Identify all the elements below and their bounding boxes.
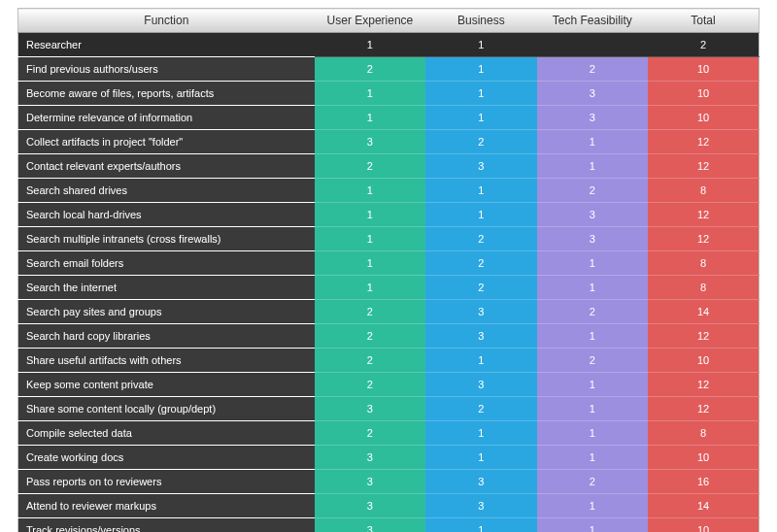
ux-cell: 2: [315, 300, 425, 324]
col-header-total: Total: [648, 9, 759, 33]
tech-cell: 3: [537, 227, 648, 251]
business-cell: 3: [425, 300, 536, 324]
business-cell: 3: [425, 324, 536, 349]
function-cell: Attend to reviewer markups: [18, 494, 315, 518]
function-cell: Search hard copy libraries: [18, 324, 315, 349]
ux-cell: 1: [315, 179, 425, 203]
col-header-business: Business: [425, 9, 536, 33]
tech-cell: 2: [537, 470, 648, 494]
total-cell: 8: [648, 179, 759, 203]
function-cell: Search the internet: [18, 276, 315, 300]
table-row: Create working docs31110: [18, 446, 760, 470]
table-row: Search hard copy libraries23112: [18, 324, 760, 349]
business-cell: 2: [425, 227, 536, 251]
ux-cell: 2: [315, 421, 425, 446]
business-cell: 3: [425, 373, 536, 397]
function-cell: Search multiple intranets (cross firewal…: [18, 227, 315, 251]
function-cell: Track revisions/versions: [18, 518, 315, 533]
tech-cell: 1: [537, 397, 648, 421]
function-cell: Search local hard-drives: [18, 203, 315, 227]
total-cell: 12: [648, 154, 759, 179]
function-cell: Researcher: [18, 33, 315, 57]
function-cell: Pass reports on to reviewers: [18, 470, 315, 494]
col-header-tech: Tech Feasibility: [537, 9, 648, 33]
table-row: Share useful artifacts with others21210: [18, 349, 760, 373]
table-row: Search shared drives1128: [18, 179, 760, 203]
ux-cell: 2: [315, 324, 425, 349]
business-cell: 2: [425, 276, 536, 300]
table-row: Search the internet1218: [18, 276, 760, 300]
table-row: Pass reports on to reviewers33216: [18, 470, 760, 494]
function-cell: Find previous authors/users: [18, 57, 315, 82]
ux-cell: 1: [315, 203, 425, 227]
priority-matrix-table: Function User Experience Business Tech F…: [0, 0, 777, 532]
col-header-function: Function: [18, 9, 315, 33]
total-cell: 2: [648, 33, 759, 57]
table-row: Attend to reviewer markups33114: [18, 494, 760, 518]
ux-cell: 1: [315, 33, 425, 57]
table-row: Find previous authors/users21210: [18, 57, 760, 82]
business-cell: 1: [425, 57, 536, 82]
function-cell: Contact relevant experts/authors: [18, 154, 315, 179]
table-row: Track revisions/versions31110: [18, 518, 760, 533]
function-cell: Keep some content private: [18, 373, 315, 397]
tech-cell: 3: [537, 106, 648, 130]
column-header-row: Function User Experience Business Tech F…: [18, 9, 760, 33]
total-cell: 8: [648, 251, 759, 276]
tech-cell: 2: [537, 179, 648, 203]
table-row: Contact relevant experts/authors23112: [18, 154, 760, 179]
table-row: Search pay sites and groups23214: [18, 300, 760, 324]
ux-cell: 3: [315, 518, 425, 533]
tech-cell: 1: [537, 154, 648, 179]
ux-cell: 2: [315, 373, 425, 397]
function-cell: Search pay sites and groups: [18, 300, 315, 324]
total-cell: 12: [648, 324, 759, 349]
ux-cell: 3: [315, 494, 425, 518]
total-cell: 12: [648, 203, 759, 227]
section-header-row: Researcher112: [18, 33, 760, 57]
table-row: Become aware of files, reports, artifact…: [18, 82, 760, 106]
ux-cell: 2: [315, 349, 425, 373]
total-cell: 8: [648, 421, 759, 446]
col-header-ux: User Experience: [315, 9, 425, 33]
tech-cell: 3: [537, 82, 648, 106]
business-cell: 1: [425, 33, 536, 57]
business-cell: 1: [425, 179, 536, 203]
tech-cell: 1: [537, 494, 648, 518]
function-cell: Share useful artifacts with others: [18, 349, 315, 373]
ux-cell: 3: [315, 470, 425, 494]
business-cell: 1: [425, 446, 536, 470]
business-cell: 1: [425, 349, 536, 373]
total-cell: 10: [648, 518, 759, 533]
ux-cell: 2: [315, 57, 425, 82]
total-cell: 12: [648, 373, 759, 397]
business-cell: 3: [425, 494, 536, 518]
total-cell: 12: [648, 397, 759, 421]
business-cell: 1: [425, 518, 536, 533]
ux-cell: 1: [315, 251, 425, 276]
business-cell: 1: [425, 106, 536, 130]
tech-cell: 2: [537, 349, 648, 373]
tech-cell: 2: [537, 57, 648, 82]
tech-cell: 1: [537, 373, 648, 397]
tech-cell: 2: [537, 300, 648, 324]
function-cell: Search shared drives: [18, 179, 315, 203]
ux-cell: 3: [315, 446, 425, 470]
table-row: Search local hard-drives11312: [18, 203, 760, 227]
total-cell: 8: [648, 276, 759, 300]
tech-cell: 1: [537, 446, 648, 470]
total-cell: 12: [648, 227, 759, 251]
business-cell: 1: [425, 421, 536, 446]
matrix-table: Function User Experience Business Tech F…: [17, 8, 760, 532]
function-cell: Collect artifacts in project "folder": [18, 130, 315, 154]
total-cell: 12: [648, 130, 759, 154]
tech-cell: 1: [537, 276, 648, 300]
table-row: Determine relevance of information11310: [18, 106, 760, 130]
ux-cell: 1: [315, 106, 425, 130]
function-cell: Compile selected data: [18, 421, 315, 446]
function-cell: Share some content locally (group/dept): [18, 397, 315, 421]
table-row: Search email folders1218: [18, 251, 760, 276]
tech-cell: [537, 33, 648, 57]
ux-cell: 2: [315, 154, 425, 179]
function-cell: Search email folders: [18, 251, 315, 276]
